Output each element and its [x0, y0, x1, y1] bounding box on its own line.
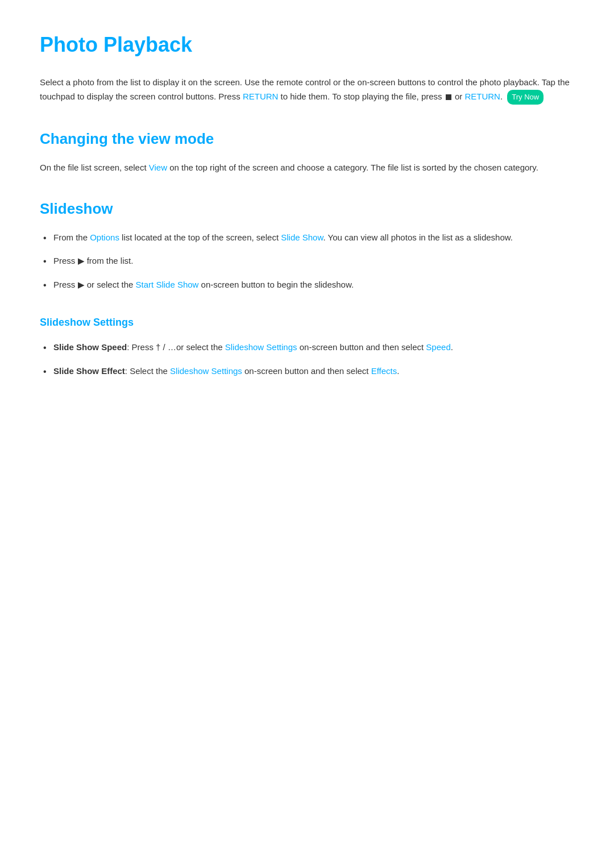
- settings-bullet1-text-end: .: [451, 342, 453, 352]
- bullet3-text-after: on-screen button to begin the slideshow.: [198, 280, 354, 289]
- intro-text-after-return2: .: [500, 92, 505, 101]
- settings-bullet2-text-before: : Select the: [125, 366, 170, 376]
- settings-bullet2-text-end: .: [397, 366, 399, 376]
- return-link-2[interactable]: RETURN: [464, 92, 500, 101]
- speed-link[interactable]: Speed: [426, 342, 450, 352]
- view-link[interactable]: View: [149, 163, 167, 172]
- intro-text-after-stop: or: [453, 92, 465, 101]
- section-title-slideshow: Slideshow: [40, 197, 574, 221]
- slide-show-effect-label: Slide Show Effect: [53, 366, 125, 376]
- stop-icon: [446, 94, 451, 100]
- return-link-1[interactable]: RETURN: [243, 92, 279, 101]
- view-mode-text-after: on the top right of the screen and choos…: [167, 163, 538, 172]
- view-mode-text-before: On the file list screen, select: [40, 163, 149, 172]
- slide-show-speed-label: Slide Show Speed: [53, 342, 127, 352]
- start-slide-show-link[interactable]: Start Slide Show: [136, 280, 199, 289]
- settings-bullet2-text-after-link: on-screen button and then select: [242, 366, 371, 376]
- try-now-badge[interactable]: Try Now: [507, 90, 544, 105]
- slideshow-bullet-3: Press ▶ or select the Start Slide Show o…: [40, 277, 574, 292]
- section-changing-view-mode: Changing the view mode On the file list …: [40, 127, 574, 175]
- intro-text-after-return1: to hide them. To stop playing the file, …: [278, 92, 444, 101]
- settings-bullet1-text-after-link: on-screen button and then select: [297, 342, 426, 352]
- section-title-changing-view-mode: Changing the view mode: [40, 127, 574, 151]
- slideshow-settings-link-2[interactable]: Slideshow Settings: [170, 366, 242, 376]
- slideshow-bullet-2: Press ▶ from the list.: [40, 254, 574, 268]
- slide-show-link[interactable]: Slide Show: [281, 232, 323, 242]
- settings-bullet1-text-before: : Press † / …or select the: [127, 342, 225, 352]
- section-slideshow-settings: Slideshow Settings Slide Show Speed: Pre…: [40, 314, 574, 378]
- bullet2-plain-text: Press ▶ from the list.: [53, 256, 133, 265]
- slideshow-settings-bullet-list: Slide Show Speed: Press † / …or select t…: [40, 340, 574, 378]
- settings-bullet-2: Slide Show Effect: Select the Slideshow …: [40, 364, 574, 379]
- settings-bullet-1: Slide Show Speed: Press † / …or select t…: [40, 340, 574, 355]
- options-link[interactable]: Options: [90, 232, 119, 242]
- section-slideshow: Slideshow From the Options list located …: [40, 197, 574, 292]
- changing-view-mode-paragraph: On the file list screen, select View on …: [40, 160, 574, 175]
- bullet1-text-before-options: From the: [53, 232, 90, 242]
- intro-paragraph: Select a photo from the list to display …: [40, 75, 574, 105]
- bullet3-text-before: Press ▶ or select the: [53, 280, 136, 289]
- subsection-title-slideshow-settings: Slideshow Settings: [40, 314, 574, 331]
- bullet1-text-after: . You can view all photos in the list as…: [323, 232, 513, 242]
- bullet1-text-between: list located at the top of the screen, s…: [119, 232, 281, 242]
- slideshow-bullet-list: From the Options list located at the top…: [40, 230, 574, 292]
- effects-link[interactable]: Effects: [371, 366, 397, 376]
- slideshow-bullet-1: From the Options list located at the top…: [40, 230, 574, 245]
- page-title: Photo Playback: [40, 28, 574, 61]
- slideshow-settings-link-1[interactable]: Slideshow Settings: [225, 342, 297, 352]
